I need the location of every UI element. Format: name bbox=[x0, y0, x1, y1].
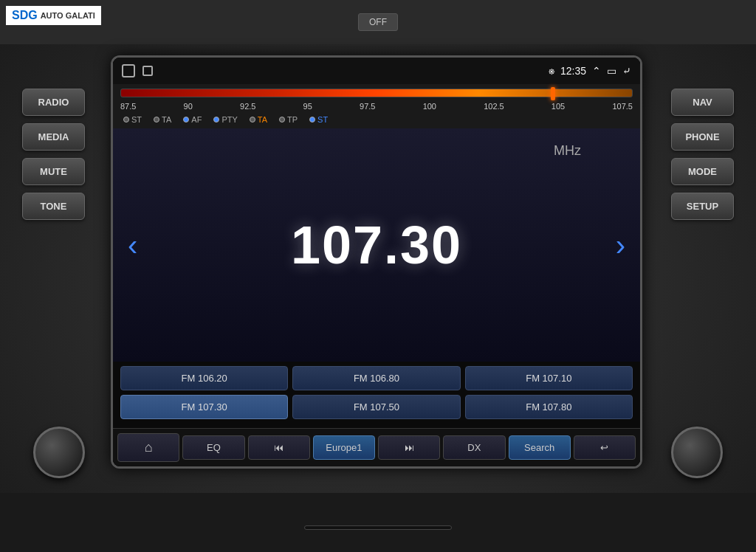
freq-bar-container: 87.5 90 92.5 95 97.5 100 102.5 105 107.5… bbox=[113, 84, 640, 128]
nav-button[interactable]: NAV bbox=[671, 89, 734, 116]
status-right: ⎈ 12:35 ⌃ ▭ ⤶ bbox=[549, 65, 631, 77]
flag-pty-dot bbox=[213, 117, 219, 123]
preset-4[interactable]: FM 107.30 bbox=[120, 395, 288, 419]
flag-st-dot bbox=[123, 117, 129, 123]
presets-row-2: FM 107.30 FM 107.50 FM 107.80 bbox=[120, 395, 633, 419]
sdg-logo: SDG AUTO GALATI bbox=[6, 6, 101, 25]
dx-button[interactable]: DX bbox=[443, 435, 505, 460]
window-icon: ▭ bbox=[607, 65, 616, 77]
radio-button[interactable]: RADIO bbox=[22, 89, 85, 116]
flag-af-dot bbox=[183, 117, 189, 123]
freq-prev-button[interactable]: ‹ bbox=[128, 229, 137, 262]
left-panel: RADIO MEDIA MUTE TONE bbox=[22, 89, 85, 220]
flag-ta[interactable]: TA bbox=[154, 115, 171, 124]
preset-6[interactable]: FM 107.80 bbox=[465, 395, 633, 419]
frequency-display: 107.30 bbox=[291, 215, 462, 275]
car-bottom bbox=[0, 493, 756, 552]
flag-st2[interactable]: ST bbox=[309, 115, 328, 124]
flag-tp-dot bbox=[279, 117, 285, 123]
flag-st[interactable]: ST bbox=[123, 115, 142, 124]
bluetooth-icon: ⎈ bbox=[549, 65, 554, 77]
dashboard-top: OFF bbox=[0, 0, 756, 44]
prev-button[interactable]: ⏮ bbox=[248, 435, 310, 460]
home-button[interactable]: ⌂ bbox=[117, 433, 179, 462]
eq-button[interactable]: EQ bbox=[182, 435, 244, 460]
freq-slider-track[interactable] bbox=[120, 89, 633, 97]
right-panel: NAV PHONE MODE SETUP bbox=[671, 89, 734, 220]
next-icon: ⏭ bbox=[405, 442, 414, 453]
preset-1[interactable]: FM 106.20 bbox=[120, 366, 288, 390]
preset-5[interactable]: FM 107.50 bbox=[292, 395, 460, 419]
right-knob[interactable] bbox=[671, 427, 723, 478]
freq-display: ‹ 107.30 MHz › bbox=[113, 128, 640, 362]
preset-2[interactable]: FM 106.80 bbox=[292, 366, 460, 390]
freq-indicator bbox=[551, 87, 555, 100]
toolbar: ⌂ EQ ⏮ Europe1 ⏭ DX Search ↩ bbox=[113, 428, 640, 466]
screen-frame: ⎈ 12:35 ⌃ ▭ ⤶ 87.5 90 92.5 95 97.5 100 1… bbox=[111, 55, 642, 469]
freq-next-button[interactable]: › bbox=[616, 229, 625, 262]
expand-icon: ⌃ bbox=[592, 65, 601, 77]
back-button[interactable]: ↩ bbox=[574, 435, 636, 460]
home-icon[interactable] bbox=[122, 64, 135, 77]
flag-ta-dot bbox=[154, 117, 159, 123]
media-button[interactable]: MEDIA bbox=[22, 123, 85, 151]
radio-flags: ST TA AF PTY TA bbox=[120, 112, 633, 127]
back-icon[interactable]: ⤶ bbox=[622, 65, 631, 77]
flag-st2-dot bbox=[309, 117, 315, 123]
preset-3[interactable]: FM 107.10 bbox=[465, 366, 633, 390]
search-button[interactable]: Search bbox=[509, 435, 571, 460]
flag-tp[interactable]: TP bbox=[279, 115, 298, 124]
tone-button[interactable]: TONE bbox=[22, 193, 85, 220]
sdg-subtitle: AUTO GALATI bbox=[41, 11, 95, 20]
prev-icon: ⏮ bbox=[274, 442, 284, 453]
time-display: 12:35 bbox=[560, 65, 586, 77]
home-toolbar-icon: ⌂ bbox=[145, 440, 153, 455]
square-icon[interactable] bbox=[142, 66, 153, 76]
freq-scale: 87.5 90 92.5 95 97.5 100 102.5 105 107.5 bbox=[120, 100, 633, 112]
sdg-text: SDG bbox=[12, 9, 38, 22]
status-bar: ⎈ 12:35 ⌃ ▭ ⤶ bbox=[113, 58, 640, 84]
flag-af[interactable]: AF bbox=[183, 115, 202, 124]
status-left bbox=[122, 64, 153, 77]
flag-ta2[interactable]: TA bbox=[250, 115, 267, 124]
back-toolbar-icon: ↩ bbox=[600, 442, 608, 453]
presets-container: FM 106.20 FM 106.80 FM 107.10 FM 107.30 … bbox=[113, 362, 640, 428]
presets-row-1: FM 106.20 FM 106.80 FM 107.10 bbox=[120, 366, 633, 390]
phone-button[interactable]: PHONE bbox=[671, 123, 734, 151]
flag-ta2-dot bbox=[250, 117, 255, 123]
eject-slot bbox=[304, 525, 452, 530]
station-display[interactable]: Europe1 bbox=[313, 435, 375, 460]
freq-unit: MHz bbox=[554, 143, 581, 159]
setup-button[interactable]: SETUP bbox=[671, 193, 734, 220]
flag-pty[interactable]: PTY bbox=[213, 115, 237, 124]
off-button[interactable]: OFF bbox=[358, 13, 398, 31]
mute-button[interactable]: MUTE bbox=[22, 158, 85, 185]
next-button[interactable]: ⏭ bbox=[378, 435, 440, 460]
left-knob[interactable] bbox=[33, 427, 85, 478]
mode-button[interactable]: MODE bbox=[671, 158, 734, 185]
screen: ⎈ 12:35 ⌃ ▭ ⤶ 87.5 90 92.5 95 97.5 100 1… bbox=[113, 58, 640, 466]
